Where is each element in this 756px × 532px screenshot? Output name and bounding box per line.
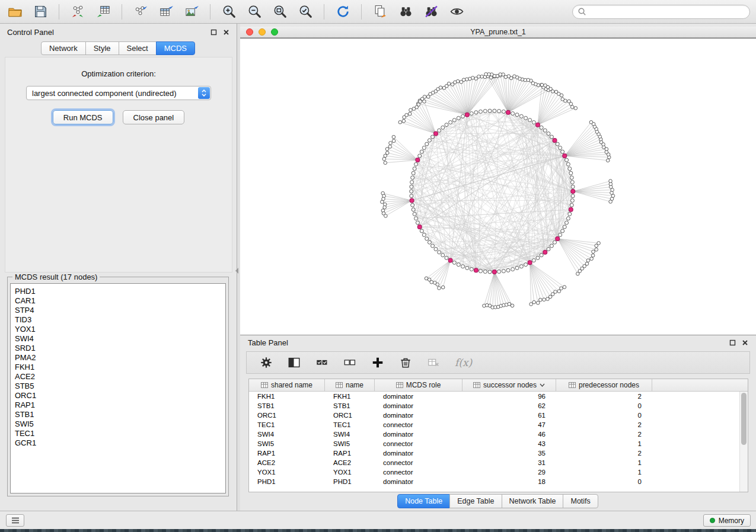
column-header-predecessor-nodes[interactable]: predecessor nodes — [556, 379, 652, 391]
mcds-result-item[interactable]: SWI5 — [15, 419, 225, 429]
float-window-icon[interactable] — [210, 29, 217, 36]
refresh-view-button[interactable] — [334, 3, 352, 21]
table-row[interactable]: TEC1TEC1connector472 — [249, 420, 740, 430]
mcds-result-item[interactable]: PMA2 — [15, 353, 225, 363]
cell-name[interactable]: ORC1 — [325, 412, 375, 419]
cell-name[interactable]: SWI4 — [325, 431, 375, 438]
cell-shared_name[interactable]: YOX1 — [249, 469, 325, 476]
cell-successors[interactable]: 43 — [462, 440, 556, 447]
status-menu-button[interactable] — [6, 514, 24, 527]
cell-predecessors[interactable]: 1 — [556, 469, 652, 476]
cell-shared_name[interactable]: ACE2 — [249, 459, 325, 466]
mcds-result-item[interactable]: YOX1 — [15, 325, 225, 334]
import-network-button[interactable] — [69, 3, 87, 21]
cell-successors[interactable]: 62 — [462, 402, 556, 409]
table-row[interactable]: STB1STB1dominator620 — [249, 401, 740, 411]
cell-shared_name[interactable]: PHD1 — [249, 478, 325, 485]
cell-successors[interactable]: 35 — [462, 450, 556, 457]
copy-network-button[interactable] — [371, 3, 389, 21]
mcds-result-item[interactable]: FKH1 — [15, 363, 225, 372]
cell-role[interactable]: dominator — [375, 431, 462, 438]
cell-name[interactable]: ACE2 — [325, 459, 375, 466]
open-session-button[interactable] — [6, 3, 24, 21]
save-session-button[interactable] — [31, 3, 49, 21]
cell-name[interactable]: FKH1 — [325, 393, 375, 400]
cell-shared_name[interactable]: FKH1 — [249, 393, 325, 400]
cell-shared_name[interactable]: RAP1 — [249, 450, 325, 457]
delete-column-button[interactable] — [398, 355, 413, 370]
memory-button[interactable]: Memory — [703, 514, 751, 527]
mcds-result-list[interactable]: PHD1CAR1STP4TID3YOX1SWI4SRD1PMA2FKH1ACE2… — [10, 283, 226, 493]
column-header-mcds-role[interactable]: MCDS role — [375, 379, 462, 391]
cell-shared_name[interactable]: STB1 — [249, 402, 325, 409]
criterion-select[interactable]: largest connected component (undirected) — [26, 86, 211, 100]
cell-successors[interactable]: 29 — [462, 469, 556, 476]
cell-shared_name[interactable]: ORC1 — [249, 412, 325, 419]
tab-style[interactable]: Style — [85, 41, 119, 55]
mcds-result-item[interactable]: SRD1 — [15, 344, 225, 353]
cell-successors[interactable]: 61 — [462, 412, 556, 419]
splitter-collapse-handle[interactable] — [235, 268, 238, 274]
cell-shared_name[interactable]: SWI5 — [249, 440, 325, 447]
cell-name[interactable]: TEC1 — [325, 421, 375, 428]
mcds-result-item[interactable]: STB1 — [15, 410, 225, 419]
cell-role[interactable]: dominator — [375, 412, 462, 419]
cell-successors[interactable]: 18 — [462, 478, 556, 485]
tab-network[interactable]: Network — [41, 41, 86, 55]
cell-name[interactable]: YOX1 — [325, 469, 375, 476]
cell-predecessors[interactable]: 0 — [556, 402, 652, 409]
scrollbar-thumb[interactable] — [741, 393, 747, 445]
mcds-result-item[interactable]: PHD1 — [15, 287, 225, 296]
tab-network-table[interactable]: Network Table — [502, 494, 564, 508]
select-all-button[interactable] — [314, 355, 330, 370]
cell-predecessors[interactable]: 2 — [556, 431, 652, 438]
search-network-button[interactable] — [397, 3, 414, 21]
cell-role[interactable]: dominator — [375, 478, 462, 485]
cell-predecessors[interactable]: 1 — [556, 440, 652, 447]
close-panel-icon[interactable] — [223, 29, 229, 36]
tab-edge-table[interactable]: Edge Table — [449, 494, 502, 508]
window-minimize-icon[interactable] — [259, 28, 266, 36]
import-table-button[interactable] — [94, 3, 112, 21]
network-visualization[interactable] — [240, 39, 756, 335]
cell-name[interactable]: SWI5 — [325, 440, 375, 447]
zoom-selected-button[interactable] — [296, 3, 314, 21]
tab-node-table[interactable]: Node Table — [397, 494, 450, 508]
table-row[interactable]: SWI4SWI4dominator462 — [249, 430, 740, 439]
column-header-shared-name[interactable]: shared name — [249, 379, 325, 391]
cell-shared_name[interactable]: SWI4 — [249, 431, 325, 438]
cell-role[interactable]: connector — [375, 440, 462, 447]
tab-select[interactable]: Select — [119, 41, 157, 55]
mcds-result-item[interactable]: STB5 — [15, 382, 225, 391]
show-hide-button[interactable] — [448, 3, 465, 21]
clear-search-button[interactable] — [422, 3, 440, 21]
cell-predecessors[interactable]: 2 — [556, 450, 652, 457]
table-row[interactable]: FKH1FKH1dominator962 — [249, 392, 740, 401]
table-row[interactable]: RAP1RAP1dominator352 — [249, 448, 740, 458]
mcds-result-item[interactable]: ACE2 — [15, 372, 225, 382]
show-columns-button[interactable] — [286, 355, 302, 370]
zoom-out-button[interactable] — [245, 3, 263, 21]
mcds-result-item[interactable]: STP4 — [15, 306, 225, 315]
cell-predecessors[interactable]: 2 — [556, 393, 652, 400]
tab-motifs[interactable]: Motifs — [563, 494, 598, 508]
cell-successors[interactable]: 31 — [462, 459, 556, 466]
cell-role[interactable]: dominator — [375, 393, 462, 400]
cell-successors[interactable]: 46 — [462, 431, 556, 438]
cell-successors[interactable]: 47 — [462, 421, 556, 428]
export-image-button[interactable] — [183, 3, 200, 21]
cell-shared_name[interactable]: TEC1 — [249, 421, 325, 428]
cell-role[interactable]: connector — [375, 469, 462, 476]
mcds-result-item[interactable]: GCR1 — [15, 438, 225, 448]
network-canvas[interactable] — [240, 38, 756, 335]
mcds-result-item[interactable]: RAP1 — [15, 400, 225, 410]
mcds-result-item[interactable]: SWI4 — [15, 334, 225, 344]
table-row[interactable]: PHD1PHD1dominator180 — [249, 477, 740, 486]
zoom-fit-button[interactable] — [271, 3, 289, 21]
cell-role[interactable]: dominator — [375, 450, 462, 457]
mcds-result-item[interactable]: ORC1 — [15, 391, 225, 400]
cell-name[interactable]: STB1 — [325, 402, 375, 409]
network-window-titlebar[interactable]: YPA_prune.txt_1 — [240, 27, 756, 38]
close-panel-icon[interactable] — [742, 339, 748, 346]
float-window-icon[interactable] — [729, 339, 736, 346]
